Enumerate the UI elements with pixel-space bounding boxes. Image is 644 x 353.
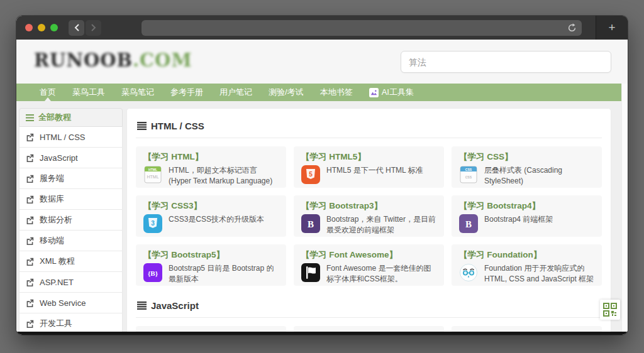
card-title: 【学习 jQuery】 [459,331,594,332]
sidebar-item-database[interactable]: 数据库 [19,189,123,210]
sidebar-item-web-service[interactable]: Web Service [19,293,123,313]
course-card-bootstrap4[interactable]: 【学习 Bootstrap4】 B Bootstrap4 前端框架 [452,195,602,237]
sidebar-header-label: 全部教程 [38,112,71,123]
sidebar-item-label: 移动端 [40,235,64,246]
nav-item-tools[interactable]: 菜鸟工具 [64,84,113,101]
svg-text:HTML: HTML [147,175,158,179]
external-link-icon [26,175,34,183]
external-link-icon [26,258,34,266]
card-title: 【学习 Bootstrap4】 [459,200,594,211]
card-desc: HTML5 是下一代 HTML 标准 [326,165,423,176]
svg-text:5: 5 [309,171,313,178]
window-bottom-edge [16,332,628,335]
logo-text-green: .COM [133,50,192,71]
course-card-foundation[interactable]: 【学习 Foundation】 Foundati [452,244,602,286]
sidebar-item-label: 数据库 [40,193,64,205]
nav-label: 首页 [40,84,56,101]
course-card-html5[interactable]: 【学习 HTML5】 5 HTML5 是下一代 HTML 标准 [294,146,444,188]
minimize-window-button[interactable] [38,24,45,31]
card-title: 【学习 HTML】 [143,151,279,162]
course-card-css[interactable]: 【学习 CSS】 CSS css 层叠样式表 (Cascading StyleS… [452,146,602,188]
html5-shield-icon: 5 [301,165,320,184]
card-title: 【学习 Bootstrap3】 [301,200,436,211]
close-window-button[interactable] [25,24,33,31]
card-desc: Font Awesome 是一套绝佳的图标字体库和CSS框架。 [326,263,436,285]
course-card-html[interactable]: 【学习 HTML】 HTML HTML HTML，即超文本标记语言 (Hyper… [136,146,286,188]
card-desc: Bootstrap5 目前是 Bootstrap 的最新版本 [169,263,279,285]
card-desc: Bootstrap4 前端框架 [484,214,553,225]
nav-item-ai-tools[interactable]: AI工具集 [361,84,422,101]
card-title: 【学习 Font Awesome】 [301,249,436,260]
card-desc: Foundation 用于开发响应式的 HTML, CSS and JavaSc… [484,263,594,285]
card-title: 【学习 CSS】 [459,151,594,162]
search-input[interactable] [401,51,611,73]
sidebar-item-label: 数据分析 [40,214,72,225]
course-card-bootstrap3[interactable]: 【学习 Bootstrap3】 B Bootstrap，来自 Twitter，是… [294,195,444,237]
nav-item-user-notes[interactable]: 用户笔记 [211,84,260,101]
sidebar-item-mobile[interactable]: 移动端 [19,231,123,251]
nav-item-notes[interactable]: 菜鸟笔记 [113,84,162,101]
logo-text-dark: RUNOOB [34,50,133,71]
qr-code-button[interactable] [600,300,620,320]
external-link-icon [26,133,34,141]
nav-item-reference[interactable]: 参考手册 [162,84,211,101]
bootstrap4-icon: B [459,214,478,233]
new-tab-button[interactable]: + [596,16,628,40]
bootstrap3-icon: B [301,214,320,233]
sidebar-item-server[interactable]: 服务端 [19,168,123,189]
bootstrap5-icon: {B} [143,263,162,282]
sidebar-item-label: 开发工具 [40,318,72,329]
sidebar-item-label: ASP.NET [40,278,74,287]
sidebar-item-data-analysis[interactable]: 数据分析 [19,210,123,231]
external-link-icon [26,320,34,328]
sidebar-item-javascript[interactable]: JavaScript [19,148,123,168]
reload-icon[interactable] [567,23,577,33]
nav-label: 菜鸟笔记 [121,84,154,101]
runoob-logo[interactable]: RUNOOB.COM [34,50,192,71]
section-title: JavaScript [151,300,199,311]
course-card-javascript[interactable]: 【学习 JavaScript】 JS JavaScript 是 Web 的编程语… [136,326,286,332]
maximize-window-button[interactable] [50,24,58,31]
sidebar-item-html-css[interactable]: HTML / CSS [19,127,123,148]
browser-titlebar: + [16,16,628,40]
external-link-icon [26,195,34,204]
svg-text:B: B [465,219,472,229]
nav-label: 参考手册 [170,84,203,101]
sidebar-item-dev-tools[interactable]: 开发工具 [19,313,123,332]
sidebar-item-xml[interactable]: XML 教程 [19,251,123,272]
address-bar[interactable] [142,20,582,36]
card-desc: HTML，即超文本标记语言 (Hyper Text Markup Languag… [169,165,279,187]
sidebar-header: 全部教程 [19,108,123,127]
forward-button[interactable] [86,20,101,36]
external-link-icon [26,299,34,307]
svg-text:{B}: {B} [148,269,158,277]
back-button[interactable] [69,20,84,36]
webpage: RUNOOB.COM 首页 菜鸟工具 菜鸟笔记 参考手册 用户笔记 测验/考试 … [16,40,628,332]
course-card-bootstrap5[interactable]: 【学习 Bootstrap5】 {B} Bootstrap5 目前是 Boots… [136,244,286,286]
nav-item-quiz[interactable]: 测验/考试 [260,84,312,101]
nav-label: 测验/考试 [269,84,304,101]
sidebar-item-label: HTML / CSS [40,133,85,142]
sidebar-item-label: 服务端 [40,173,64,184]
section-header-html-css: HTML / CSS [136,116,602,138]
external-link-icon [26,216,34,224]
menu-icon [26,114,34,121]
nav-item-bookmarks[interactable]: 本地书签 [312,84,361,101]
css3-shield-icon: 3 [143,214,162,233]
sidebar-item-aspnet[interactable]: ASP.NET [19,272,123,293]
ai-image-icon [369,88,379,97]
nav-item-home[interactable]: 首页 [31,84,64,101]
section-title: HTML / CSS [151,121,204,131]
external-link-icon [26,237,34,245]
svg-text:3: 3 [151,220,155,227]
card-grid-html-css: 【学习 HTML】 HTML HTML HTML，即超文本标记语言 (Hyper… [136,146,602,286]
course-card-css3[interactable]: 【学习 CSS3】 3 CSS3是CSS技术的升级版本 [136,195,286,237]
nav-label: 本地书签 [320,84,353,101]
course-card-jquery[interactable]: 【学习 jQuery】 jQ jQuery 是一个 JavaScript 库 [452,326,602,332]
main-navigation: 首页 菜鸟工具 菜鸟笔记 参考手册 用户笔记 测验/考试 本地书签 AI工具集 [16,84,628,101]
sidebar-item-label: JavaScript [40,153,78,163]
section-header-javascript: JavaScript [136,296,602,318]
course-card-font-awesome[interactable]: 【学习 Font Awesome】 Font Awesome 是一套绝佳的图标字… [294,244,444,286]
card-title: 【学习 HTML5】 [301,151,436,162]
course-card-html-dom[interactable]: 【学习 HTML DOM】 DOM HTML DOM 定义了访问和操作 HTML [294,326,444,332]
